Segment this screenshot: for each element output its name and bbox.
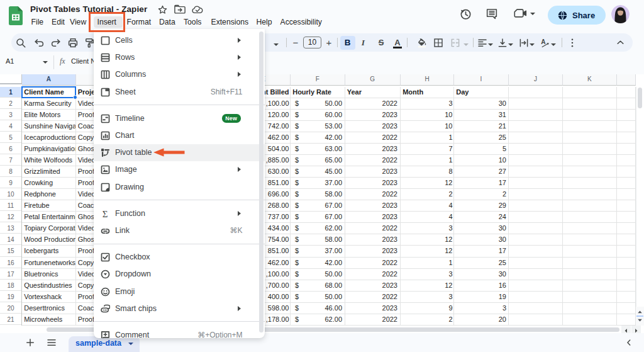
- cell-F5[interactable]: $42.00: [291, 132, 345, 143]
- name-box[interactable]: A1: [6, 57, 14, 65]
- cell-G8[interactable]: 2023: [345, 166, 401, 177]
- cell-A16[interactable]: Fortunenetworks: [22, 258, 75, 268]
- strikethrough-button[interactable]: S: [374, 36, 388, 50]
- row-header-17[interactable]: 17: [0, 269, 21, 280]
- column-header-G[interactable]: G: [345, 74, 401, 86]
- cell-H12[interactable]: 4: [401, 212, 453, 222]
- cell-H16[interactable]: 1: [401, 258, 453, 268]
- cell-I1[interactable]: Day: [454, 87, 508, 98]
- cell-F2[interactable]: $50.00: [291, 98, 345, 109]
- cell-G9[interactable]: 2023: [345, 178, 401, 188]
- cell-G10[interactable]: 2022: [345, 189, 401, 200]
- cell-A4[interactable]: Sunshine Navigations: [22, 121, 75, 132]
- menubar-item-help[interactable]: Help: [257, 16, 272, 28]
- menubar-item-view[interactable]: View: [70, 16, 86, 28]
- menu-item-drawing[interactable]: Drawing: [94, 178, 260, 195]
- italic-button[interactable]: I: [357, 36, 370, 50]
- row-header-8[interactable]: 8: [0, 166, 21, 177]
- sheet-tab-caret-icon[interactable]: [128, 343, 133, 345]
- cell-I14[interactable]: 30: [454, 234, 508, 245]
- cell-I5[interactable]: 25: [454, 132, 508, 143]
- row-header-6[interactable]: 6: [0, 144, 21, 154]
- cell-A18[interactable]: Questindustries: [22, 280, 75, 291]
- vertical-align-icon[interactable]: [497, 37, 508, 48]
- font-size-input[interactable]: 10: [303, 37, 321, 49]
- cell-A8[interactable]: Grizzlimited: [22, 166, 75, 177]
- cell-G17[interactable]: 2022: [345, 269, 401, 280]
- row-header-3[interactable]: 3: [0, 110, 21, 120]
- cell-I18[interactable]: 16: [454, 280, 508, 291]
- menubar-item-accessibility[interactable]: Accessibility: [280, 16, 322, 28]
- cell-A11[interactable]: Firetube: [22, 200, 75, 211]
- cell-F18[interactable]: $68.00: [291, 280, 345, 291]
- cell-G21[interactable]: 2022: [345, 314, 401, 325]
- row-header-13[interactable]: 13: [0, 223, 21, 234]
- row-header-12[interactable]: 12: [0, 212, 21, 222]
- cell-I15[interactable]: 17: [454, 246, 508, 256]
- row-header-1[interactable]: 1: [0, 87, 21, 98]
- row-header-14[interactable]: 14: [0, 234, 21, 245]
- cell-F13[interactable]: $62.00: [291, 223, 345, 234]
- cell-F20[interactable]: $46.00: [291, 303, 345, 314]
- cell-G11[interactable]: 2023: [345, 200, 401, 211]
- cell-F9[interactable]: $37.00: [291, 178, 345, 188]
- cell-H6[interactable]: 7: [401, 144, 453, 154]
- cell-I2[interactable]: 30: [454, 98, 508, 109]
- meet-dropdown-caret-icon[interactable]: [530, 13, 535, 15]
- cell-G1[interactable]: Year: [345, 87, 401, 98]
- increase-font-size-button[interactable]: +: [322, 36, 336, 50]
- cell-I12[interactable]: 24: [454, 212, 508, 222]
- cell-A17[interactable]: Bluetronics: [22, 269, 75, 280]
- menu-item-emoji[interactable]: Emoji: [94, 283, 260, 300]
- more-toolbar-icon[interactable]: [567, 37, 578, 48]
- cell-F15[interactable]: $37.00: [291, 246, 345, 256]
- menu-item-timeline[interactable]: TimelineNew: [94, 110, 260, 127]
- menu-item-link[interactable]: Link⌘K: [94, 222, 260, 239]
- menu-item-smart-chips[interactable]: Smart chips: [94, 300, 260, 317]
- fill-color-icon[interactable]: [416, 37, 428, 48]
- menu-item-sheet[interactable]: SheetShift+F11: [94, 83, 260, 100]
- cell-H8[interactable]: 8: [401, 166, 453, 177]
- cell-F10[interactable]: $58.00: [291, 189, 345, 200]
- row-header-2[interactable]: 2: [0, 98, 21, 109]
- menu-item-dropdown[interactable]: Dropdown: [94, 266, 260, 283]
- cell-A9[interactable]: Crowking: [22, 178, 75, 188]
- cell-I9[interactable]: 17: [454, 178, 508, 188]
- redo-icon[interactable]: [50, 37, 62, 48]
- menubar-item-file[interactable]: File: [31, 16, 44, 28]
- vertical-scrollbar[interactable]: [636, 87, 644, 326]
- borders-icon[interactable]: [433, 37, 444, 48]
- cell-I16[interactable]: 25: [454, 258, 508, 268]
- fill-handle[interactable]: [73, 95, 77, 99]
- cell-F16[interactable]: $42.00: [291, 258, 345, 268]
- menu-item-function[interactable]: ΣFunction: [94, 205, 260, 222]
- name-box-caret-icon[interactable]: [43, 61, 48, 64]
- cell-A21[interactable]: Microwheels: [22, 314, 75, 325]
- cell-A20[interactable]: Deserttronics: [22, 303, 75, 314]
- text-wrap-icon[interactable]: [518, 37, 530, 48]
- row-header-15[interactable]: 15: [0, 246, 21, 256]
- column-header-A[interactable]: A: [22, 74, 76, 86]
- row-header-5[interactable]: 5: [0, 132, 21, 143]
- menu-scrollbar[interactable]: [259, 31, 264, 332]
- cell-H3[interactable]: 10: [401, 110, 453, 120]
- cell-F12[interactable]: $67.00: [291, 212, 345, 222]
- cell-G15[interactable]: 2023: [345, 246, 401, 256]
- cell-H21[interactable]: 2: [401, 314, 453, 325]
- select-all-corner[interactable]: [0, 74, 22, 84]
- row-header-19[interactable]: 19: [0, 292, 21, 302]
- menubar-item-data[interactable]: Data: [159, 16, 175, 28]
- text-color-button[interactable]: A: [393, 37, 402, 48]
- cell-H4[interactable]: 10: [401, 121, 453, 132]
- meet-camera-icon[interactable]: [514, 8, 528, 21]
- column-header-J[interactable]: J: [509, 74, 563, 86]
- row-header-11[interactable]: 11: [0, 200, 21, 211]
- cell-H5[interactable]: 1: [401, 132, 453, 143]
- cell-A5[interactable]: Icecaproductions: [22, 132, 75, 143]
- cell-I17[interactable]: 30: [454, 269, 508, 280]
- cell-F7[interactable]: $65.00: [291, 155, 345, 166]
- menu-item-columns[interactable]: Columns: [94, 66, 260, 83]
- cell-I19[interactable]: 19: [454, 292, 508, 302]
- menu-item-cells[interactable]: Cells: [94, 31, 260, 48]
- menubar-item-edit[interactable]: Edit: [52, 16, 65, 28]
